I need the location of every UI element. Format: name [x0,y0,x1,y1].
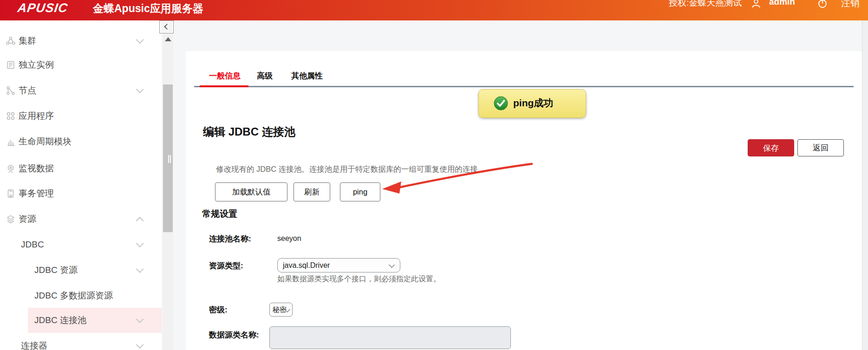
server-icon [6,188,16,199]
sidebar-item-label: 连接器 [21,340,47,350]
field-label-pool-name: 连接池名称: [209,233,251,244]
product-title: 金蝶Apusic应用服务器 [93,1,203,16]
resize-grip-icon [168,155,169,163]
refresh-button[interactable]: 刷新 [294,182,330,201]
security-level-select[interactable]: 秘密 [269,303,293,317]
logout-button[interactable]: 注销 [841,0,860,10]
ping-button[interactable]: ping [340,182,380,201]
chevron-left-icon [164,24,170,30]
datasource-class-input[interactable] [269,326,511,349]
tab-underline [194,86,854,87]
load-defaults-button[interactable]: 加载默认值 [215,182,287,201]
sidebar-item-label: 集群 [19,35,36,47]
apps-icon [6,111,16,121]
sidebar-item-node[interactable]: 节点 [0,78,162,103]
window-scrollbar[interactable] [862,20,868,350]
chevron-down-icon [136,265,144,273]
chevron-down-icon [136,315,144,323]
field-label-resource-type: 资源类型: [209,260,243,271]
sidebar-item-jdbc-connection-pool[interactable]: JDBC 连接池 [0,308,162,333]
license-text: 授权:金蝶天燕测试 [669,0,742,10]
chevron-down-icon [136,240,144,247]
sidebar-item-label: 监视数据 [19,162,54,175]
app-header: APUSIC 金蝶Apusic应用服务器 授权:金蝶天燕测试 admin 注销 [0,0,868,20]
sidebar-collapse-button[interactable] [159,20,174,33]
sidebar-item-cluster[interactable]: 集群 [0,28,162,53]
scrollbar-up-arrow[interactable] [165,37,171,41]
pool-name-value: seeyon [277,234,301,243]
page-description: 修改现有的 JDBC 连接池。连接池是用于特定数据库的一组可重复使用的连接。 [216,164,485,175]
user-icon [751,0,761,11]
tab-general-info[interactable]: 一般信息 [209,71,241,81]
chevron-down-icon [136,341,144,349]
sidebar-item-label: 节点 [19,84,36,97]
sidebar-item-jdbc[interactable]: JDBC [0,232,162,257]
sidebar-item-label: 事务管理 [19,188,54,200]
ping-success-toast: ping成功 [478,89,586,118]
chevron-down-icon [136,36,144,44]
sidebar-item-applications[interactable]: 应用程序 [0,104,162,129]
active-tab-underline [200,85,248,87]
chevron-down-icon [136,85,144,93]
success-check-icon [494,96,508,110]
chevron-down-icon [389,262,395,268]
username-label[interactable]: admin [769,0,795,10]
field-label-datasource-class: 数据源类名称: [209,330,259,340]
tab-other-properties[interactable]: 其他属性 [291,71,323,81]
sidebar-item-jdbc-multi-datasource[interactable]: JDBC 多数据源资源 [0,283,162,308]
apusic-admin-console: APUSIC 金蝶Apusic应用服务器 授权:金蝶天燕测试 admin 注销 … [0,0,868,350]
field-label-security-level: 密级: [209,305,228,315]
toast-message: ping成功 [513,97,553,110]
node-icon [6,85,16,96]
sidebar-nav: 集群独立实例节点应用程序生命周期模块监视数据事务管理资源JDBCJDBC 资源J… [0,20,162,350]
power-icon[interactable] [817,0,828,11]
resource-type-help-text: 如果数据源类实现多个接口，则必须指定此设置。 [277,274,441,284]
sidebar-item-label: JDBC 资源 [34,264,78,276]
sidebar-item-label: JDBC [21,240,44,250]
resize-grip-icon [170,155,171,163]
sidebar-item-label: JDBC 连接池 [34,314,86,326]
sidebar-item-connectors[interactable]: 连接器 [0,333,162,350]
sidebar-scrollbar-thumb[interactable] [163,84,173,232]
sidebar-item-transaction-management[interactable]: 事务管理 [0,181,162,206]
sidebar-item-label: 独立实例 [19,59,54,71]
section-title: 常规设置 [202,208,237,220]
sidebar-item-label: 资源 [19,213,36,225]
sidebar-item-lifecycle-modules[interactable]: 生命周期模块 [0,129,162,154]
resource-type-selected-value: java.sql.Driver [283,261,330,269]
sidebar-item-resources[interactable]: 资源 [0,207,162,232]
tab-advanced[interactable]: 高级 [257,71,273,81]
apusic-logo: APUSIC [17,0,69,16]
cluster-icon [6,36,16,46]
sidebar-item-standalone-instance[interactable]: 独立实例 [0,52,162,78]
page-title: 编辑 JDBC 连接池 [203,124,295,139]
save-button[interactable]: 保存 [748,139,794,156]
chevron-up-icon [136,217,144,225]
sidebar-item-monitor-data[interactable]: 监视数据 [0,156,162,181]
sidebar-item-label: 应用程序 [19,110,54,122]
instance-icon [6,60,16,70]
sidebar-item-label: 生命周期模块 [19,136,72,148]
webcam-icon [6,163,16,174]
back-button[interactable]: 返回 [797,139,844,156]
sidebar-item-label: JDBC 多数据源资源 [34,290,113,302]
barchart-icon [6,136,16,147]
sidebar-item-jdbc-resources[interactable]: JDBC 资源 [0,258,162,283]
resource-type-select[interactable]: java.sql.Driver [277,258,400,272]
layers-icon [6,214,16,224]
